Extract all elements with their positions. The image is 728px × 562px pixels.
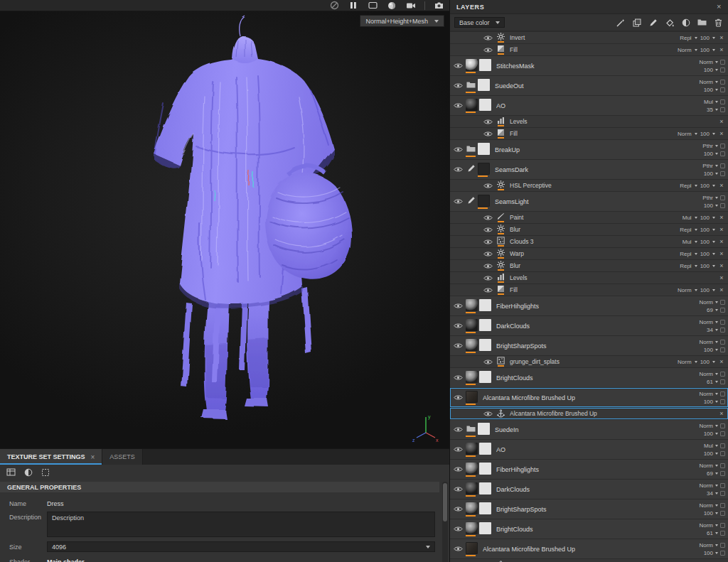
channel-toggle[interactable] (720, 80, 725, 85)
visibility-toggle[interactable] (450, 82, 466, 89)
layer-row[interactable]: DarkCloudsNorm34 (450, 316, 728, 335)
channel-toggle[interactable] (720, 300, 725, 305)
layer-row[interactable]: SeamsLightPthr100 (450, 192, 728, 211)
channel-toggle[interactable] (720, 503, 725, 508)
mask-thumbnail[interactable] (479, 502, 491, 514)
channel-toggle[interactable] (720, 399, 725, 404)
channel-toggle[interactable] (720, 483, 725, 488)
opacity-select[interactable]: 35 (707, 107, 725, 113)
opacity-select[interactable]: 61 (707, 379, 725, 385)
channel-toggle[interactable] (720, 203, 725, 208)
layer-row[interactable]: BrightCloudsNorm61 (450, 368, 728, 387)
blend-mode-select[interactable]: Norm (678, 131, 692, 137)
effect-row[interactable]: FillNorm100× (450, 44, 728, 55)
channel-toggle[interactable] (720, 543, 725, 548)
mask-thumbnail[interactable] (479, 482, 491, 495)
layer-thumbnail[interactable] (466, 542, 478, 554)
folder-icon[interactable] (697, 17, 707, 28)
properties-scrollbar[interactable] (442, 482, 448, 562)
blend-mode-select[interactable]: Mul (682, 239, 692, 245)
channel-toggle[interactable] (720, 195, 725, 200)
layer-row[interactable]: SeamsDarkPthr100 (450, 160, 728, 179)
visibility-toggle[interactable] (450, 546, 466, 552)
effect-row[interactable]: Alcantara Microfibre Brushed Up× (450, 559, 728, 562)
blend-mode-select[interactable]: Norm (699, 371, 725, 377)
channel-select[interactable]: Base color (454, 17, 505, 28)
visibility-toggle[interactable] (450, 526, 466, 532)
mask-thumbnail[interactable] (479, 463, 491, 475)
channel-toggle[interactable] (720, 87, 725, 92)
remove-effect-button[interactable]: × (718, 226, 725, 233)
visibility-toggle[interactable] (450, 63, 466, 69)
opacity-select[interactable]: 100 (700, 251, 710, 257)
channel-toggle[interactable] (720, 340, 725, 345)
remove-effect-button[interactable]: × (718, 358, 725, 365)
visibility-toggle[interactable] (450, 374, 466, 381)
channel-toggle[interactable] (720, 391, 725, 396)
opacity-select[interactable]: 100 (700, 263, 710, 269)
blend-mode-select[interactable]: Norm (678, 287, 692, 293)
blend-mode-select[interactable]: Pthr (702, 143, 725, 149)
mask-thumbnail[interactable] (478, 143, 490, 155)
opacity-select[interactable]: 100 (704, 550, 725, 556)
channel-toggle[interactable] (720, 511, 725, 516)
visibility-toggle[interactable] (450, 446, 466, 453)
layer-row[interactable]: StitchesMaskNorm100 (450, 56, 728, 75)
visibility-toggle[interactable] (480, 47, 496, 53)
visibility-toggle[interactable] (450, 486, 466, 492)
channel-toggle[interactable] (720, 308, 725, 313)
channel-toggle[interactable] (720, 423, 725, 428)
layer-thumbnail[interactable] (466, 522, 478, 534)
mask-thumbnail[interactable] (479, 299, 491, 311)
visibility-toggle[interactable] (480, 411, 496, 417)
channel-toggle[interactable] (720, 551, 725, 556)
remove-effect-button[interactable]: × (718, 410, 725, 417)
layer-row[interactable]: BrightSharpSpotsNorm100 (450, 336, 728, 355)
layer-thumbnail[interactable] (466, 391, 478, 403)
mask-thumbnail[interactable] (479, 59, 491, 71)
opacity-select[interactable]: 69 (707, 470, 725, 477)
channel-toggle[interactable] (720, 491, 725, 496)
layer-thumbnail[interactable] (466, 443, 478, 455)
bucket-icon[interactable] (664, 17, 675, 28)
mask-thumbnail[interactable] (479, 99, 491, 111)
visibility-toggle[interactable] (450, 323, 466, 329)
blend-mode-select[interactable]: Norm (699, 542, 725, 549)
name-field[interactable]: Dress (47, 498, 64, 507)
blend-mode-select[interactable]: Repl (680, 227, 691, 233)
remove-effect-button[interactable]: × (718, 214, 725, 221)
effect-row[interactable]: Alcantara Microfibre Brushed Up× (450, 408, 728, 419)
visibility-toggle[interactable] (480, 35, 496, 41)
opacity-select[interactable]: 100 (704, 87, 725, 93)
effect-row[interactable]: BlurRepl100× (450, 224, 728, 235)
layer-thumbnail[interactable] (478, 163, 490, 175)
layer-row[interactable]: FiberHihglightsNorm69 (450, 460, 728, 479)
visibility-toggle[interactable] (450, 394, 466, 401)
channel-toggle[interactable] (720, 463, 725, 468)
layer-thumbnail[interactable] (466, 319, 478, 331)
remove-effect-button[interactable]: × (718, 182, 725, 189)
opacity-select[interactable]: 100 (704, 151, 725, 157)
layer-thumbnail[interactable] (466, 463, 478, 475)
remove-effect-button[interactable]: × (718, 46, 725, 53)
visibility-toggle[interactable] (480, 131, 496, 137)
view-mode-select[interactable]: Normal+Height+Mesh (360, 15, 444, 27)
opacity-select[interactable]: 100 (700, 227, 710, 233)
effect-row[interactable]: FillNorm100× (450, 128, 728, 139)
channel-toggle[interactable] (720, 107, 725, 112)
effect-row[interactable]: Levels× (450, 272, 728, 283)
visibility-toggle[interactable] (480, 251, 496, 257)
opacity-select[interactable]: 100 (700, 239, 710, 245)
wand-icon[interactable] (615, 17, 626, 28)
effect-row[interactable]: HSL PerceptiveRepl100× (450, 180, 728, 191)
effect-row[interactable]: Clouds 3Mul100× (450, 236, 728, 247)
halfcircle-icon[interactable] (680, 17, 691, 28)
layer-row[interactable]: Alcantara Microfibre Brushed UpNorm100 (450, 388, 728, 407)
effect-row[interactable]: BlurRepl100× (450, 260, 728, 271)
trash-icon[interactable] (713, 17, 724, 28)
tab-assets[interactable]: ASSETS (102, 449, 143, 465)
axis-gizmo[interactable]: y x z (411, 413, 441, 443)
visibility-toggle[interactable] (480, 215, 496, 221)
opacity-select[interactable]: 100 (700, 131, 710, 137)
mask-thumbnail[interactable] (478, 79, 490, 91)
